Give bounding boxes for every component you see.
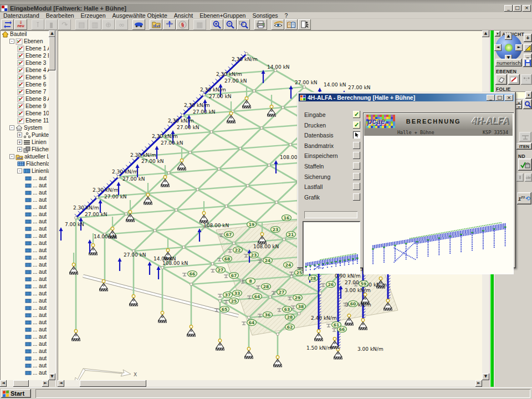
magnifier-button[interactable]	[523, 99, 532, 109]
zoom-in-button[interactable]	[211, 19, 223, 30]
tree-item--aut[interactable]: ... aut	[0, 182, 49, 189]
plane-view-button[interactable]	[495, 74, 507, 85]
bars-button[interactable]: ⫴	[516, 173, 524, 182]
task-checkbox[interactable]	[353, 152, 360, 159]
zoom-out-button[interactable]	[224, 19, 237, 30]
tree-item--aut[interactable]: ... aut	[0, 319, 49, 326]
tree-item--aut[interactable]: ... aut	[0, 268, 49, 275]
save-view-button[interactable]	[523, 58, 532, 67]
task-checkbox[interactable]: ✓	[353, 121, 360, 129]
tree-item-ebene-9[interactable]: Ebene 9	[0, 103, 49, 110]
menu-item-ebenen-gruppen[interactable]: Ebenen+Gruppen	[196, 12, 249, 19]
tree-item-ebene-1-a[interactable]: Ebene 1 A	[0, 45, 49, 52]
data-exchange-button[interactable]	[1, 19, 14, 30]
tree-item--aut[interactable]: ... aut	[0, 247, 49, 254]
tree-item-ebene-2-b[interactable]: Ebene 2 B	[0, 52, 49, 59]
menu-item-datenzustand[interactable]: Datenzustand	[0, 12, 43, 19]
task-checkbox[interactable]	[353, 142, 360, 149]
dialog-close-button[interactable]: ×	[505, 95, 513, 101]
tree-item-ebene-8-a[interactable]: Ebene 8 A	[0, 95, 49, 103]
paragraph-button[interactable]: §	[176, 19, 189, 30]
dialog-titlebar[interactable]: 4H-ALFA - Berechnung [Halle + Bühne] _ □…	[299, 94, 514, 101]
menu-item-?[interactable]: ?	[282, 12, 291, 19]
tree-item--aut[interactable]: ... aut	[0, 340, 49, 347]
rotate-right-button[interactable]: ►	[515, 44, 523, 51]
view-eye-button[interactable]	[272, 19, 284, 30]
zoom-plus-button[interactable]: +	[524, 34, 532, 42]
task-checkbox[interactable]	[353, 183, 360, 190]
tree-expander[interactable]: -	[9, 125, 14, 130]
tree-item--aut[interactable]: ... aut	[0, 254, 49, 261]
tree-item--aut[interactable]: ... aut	[0, 297, 49, 304]
edit-plane-button[interactable]	[508, 74, 520, 85]
print-button[interactable]	[254, 19, 267, 30]
minimize-button[interactable]: _	[504, 5, 513, 12]
rotate-left-button[interactable]: ◄	[494, 44, 502, 51]
tree-item--aut[interactable]: ... aut	[0, 189, 49, 196]
tree-item-ebene-4-a[interactable]: Ebene 4 A	[0, 66, 49, 74]
maximize-button[interactable]: □	[513, 5, 521, 12]
tree-item-flächenla[interactable]: Flächenla	[0, 160, 49, 167]
menu-item-sonstiges[interactable]: Sonstiges	[249, 12, 281, 19]
tree-expander[interactable]: -	[17, 168, 22, 173]
berechnung-dialog[interactable]: 4H-ALFA - Berechnung [Halle + Bühne] _ □…	[297, 92, 516, 268]
menu-item-ansicht[interactable]: Ansicht	[171, 12, 196, 19]
book-button[interactable]	[285, 19, 298, 30]
start-button[interactable]: Start	[1, 389, 31, 398]
tree-item--aut[interactable]: ... aut	[0, 196, 49, 203]
task-checkbox[interactable]	[353, 131, 360, 139]
panel-collapse-button[interactable]: ▼	[495, 31, 500, 37]
tree-item--aut[interactable]: ... aut	[0, 283, 49, 290]
tree-item-punkte[interactable]: +Punkte	[0, 131, 49, 139]
tree-item--aut[interactable]: ... aut	[0, 203, 49, 211]
tree-item-ebene-11[interactable]: Ebene 11	[0, 117, 49, 124]
close-button[interactable]: ×	[523, 5, 531, 12]
support-tool-button[interactable]	[519, 132, 531, 142]
tree-item--aut[interactable]: ... aut	[0, 275, 49, 283]
task-checkbox[interactable]: ✓	[353, 111, 360, 118]
main-titlebar[interactable]: EingabeModul [Faltwerk: Halle + Bühne] _…	[0, 4, 532, 12]
task-checkbox[interactable]	[353, 173, 360, 180]
measure-button[interactable]	[163, 19, 176, 30]
menu-item-ausgew-hlte-objekte[interactable]: Ausgewählte Objekte	[109, 12, 171, 19]
tree-expander[interactable]: -	[9, 39, 14, 44]
perspective-button[interactable]	[524, 44, 532, 52]
tree-item-ebene-6[interactable]: Ebene 6	[0, 81, 49, 88]
model-tree[interactable]: Bauteil-EbenenEbene 1 AEbene 2 BEbene 3E…	[0, 30, 49, 380]
tree-item--aut[interactable]: ... aut	[0, 175, 49, 182]
tree-item-ebenen[interactable]: -Ebenen	[0, 38, 49, 45]
zoom-window-button[interactable]	[237, 19, 250, 30]
spin-down-button[interactable]: ▼	[516, 105, 522, 109]
tree-item--aut[interactable]: ... aut	[0, 225, 49, 232]
tree-expander[interactable]: +	[17, 140, 22, 145]
tree-expander[interactable]: +	[17, 132, 22, 137]
tree-item-linien[interactable]: +Linien	[0, 139, 49, 146]
task-checkbox[interactable]	[353, 193, 360, 201]
dialog-maximize-button[interactable]: □	[495, 95, 504, 101]
tree-item-ebene-10[interactable]: Ebene 10	[0, 110, 49, 117]
car-button[interactable]	[132, 19, 145, 30]
dialog-minimize-button[interactable]: _	[487, 95, 495, 101]
menu-item-erzeugen[interactable]: Erzeugen	[78, 12, 109, 19]
points-mode-button[interactable]	[521, 74, 532, 85]
tree-item-flächenpo[interactable]: +Flächenpo	[0, 146, 49, 153]
tree-item-ebene-7[interactable]: Ebene 7	[0, 88, 49, 95]
numerisch-button[interactable]: numerisch	[495, 59, 522, 66]
taskbar-tray[interactable]	[35, 389, 530, 398]
neu-button[interactable]: ⇓neu	[14, 19, 27, 30]
tree-expander[interactable]: -	[9, 154, 14, 159]
menu-item-bearbeiten[interactable]: Bearbeiten	[43, 12, 78, 19]
tree-vscrollbar[interactable]: ▲ ▼	[49, 30, 55, 380]
canvas-hscrollbar[interactable]: ◄ ►	[58, 380, 482, 387]
tree-item--aut[interactable]: ... aut	[0, 326, 49, 333]
renumber-button[interactable]: 123 ⟲	[517, 192, 531, 204]
tree-expander[interactable]: +	[17, 147, 22, 152]
tree-item-aktueller-last[interactable]: -aktueller Last	[0, 153, 49, 160]
tree-item--aut[interactable]: ... aut	[0, 239, 49, 247]
tree-item--aut[interactable]: ... aut	[0, 211, 49, 218]
seiten-button[interactable]: ITEN	[516, 143, 532, 150]
tree-item--aut[interactable]: ... aut	[0, 355, 49, 362]
tree-item--aut[interactable]: ... aut	[0, 333, 49, 340]
tree-item--aut[interactable]: ... aut	[0, 261, 49, 268]
rotate-up-button[interactable]: ▲	[505, 33, 512, 40]
